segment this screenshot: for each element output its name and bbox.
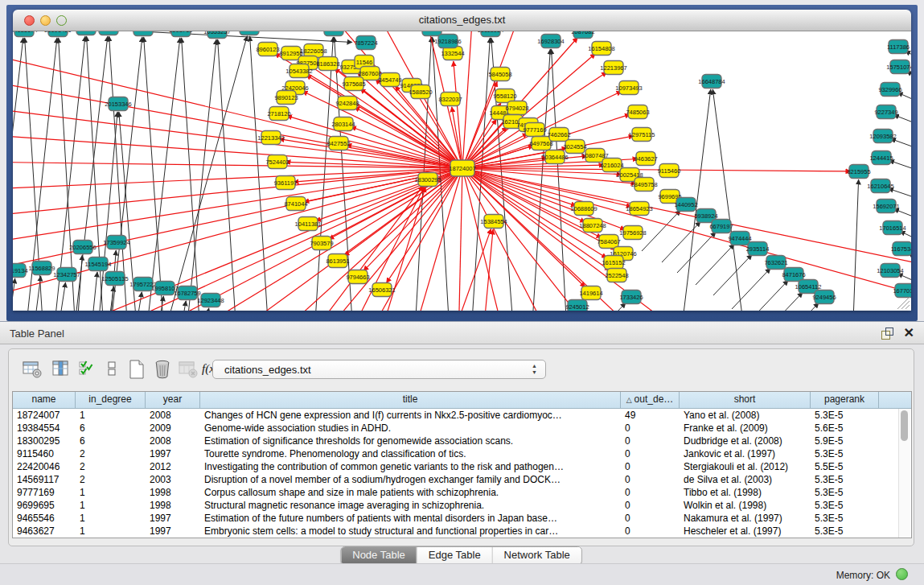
select-all-icon[interactable]	[76, 359, 97, 380]
table-settings-icon[interactable]	[22, 359, 43, 380]
tab-network-table[interactable]: Network Table	[493, 547, 581, 564]
graph-node[interactable]: 1527602	[131, 31, 154, 36]
graph-node[interactable]: 12975115	[629, 128, 655, 142]
graph-node[interactable]: 12093582	[869, 130, 896, 143]
show-columns-icon[interactable]	[51, 359, 72, 380]
graph-node[interactable]: 12923448	[197, 294, 224, 307]
graph-node[interactable]: 16928304	[537, 35, 564, 48]
graph-node[interactable]: 6794028	[505, 101, 528, 115]
network-graph[interactable]: 8960123891295518226058982750881863289327…	[13, 31, 911, 311]
unselect-rows-icon[interactable]	[102, 359, 123, 380]
delete-column-icon[interactable]	[178, 359, 199, 380]
graph-node[interactable]: 18138104	[72, 31, 99, 35]
graph-node[interactable]: 17359924	[103, 236, 129, 249]
float-window-icon[interactable]	[881, 328, 893, 340]
network-canvas[interactable]: 8960123891295518226058982750881863289327…	[13, 31, 911, 311]
graph-node[interactable]: 17016514	[879, 221, 906, 235]
graph-node[interactable]: 20091406	[44, 31, 71, 37]
graph-node[interactable]: 10688609	[570, 202, 597, 216]
graph-node[interactable]: 15276021	[236, 31, 262, 35]
graph-node[interactable]: 2935114	[746, 242, 770, 256]
graph-node[interactable]: 9115460	[658, 164, 681, 178]
graph-node[interactable]: 9463627	[634, 152, 657, 166]
graph-node[interactable]: 18113054	[478, 31, 504, 37]
graph-node[interactable]: 16154808	[588, 42, 614, 56]
graph-node[interactable]: 16506321	[368, 283, 395, 297]
graph-node[interactable]: 20153346	[105, 97, 131, 111]
graph-node[interactable]: 12103054	[877, 264, 903, 278]
graph-node[interactable]: 10543382	[285, 64, 312, 78]
graph-node[interactable]: 1588520	[409, 85, 432, 99]
graph-node[interactable]: 7903579	[310, 237, 333, 250]
column-header-year[interactable]: year	[146, 392, 200, 408]
tab-edge-table[interactable]: Edge Table	[417, 547, 493, 564]
graph-node[interactable]: 20206556	[69, 241, 96, 254]
graph-node[interactable]: 10973493	[615, 81, 642, 95]
graph-node[interactable]: 2803144	[331, 117, 355, 131]
vertical-scrollbar[interactable]	[898, 409, 910, 538]
graph-node[interactable]: 18300295	[414, 173, 441, 187]
graph-node[interactable]: 10553257	[203, 31, 230, 39]
graph-node[interactable]: 9361197	[274, 176, 298, 190]
column-header-name[interactable]: name	[13, 392, 76, 408]
graph-node[interactable]: 9375685	[342, 77, 365, 91]
graph-node[interactable]: 1117386	[887, 40, 910, 54]
graph-node[interactable]: 1733426	[619, 290, 643, 304]
graph-node[interactable]: 2087682	[571, 31, 594, 39]
graph-node[interactable]: 9777169	[523, 123, 546, 137]
graph-node[interactable]: 7857224	[354, 36, 377, 50]
graph-node[interactable]: 1677012	[893, 284, 911, 298]
graph-node[interactable]: 7632621	[764, 256, 787, 270]
graph-node[interactable]: 8186328	[316, 57, 339, 71]
network-window-titlebar[interactable]: citations_edges.txt	[13, 10, 911, 31]
graph-node[interactable]: 9474444	[728, 232, 751, 245]
table-row[interactable]: 977716911998Corpus callosum shape and si…	[13, 486, 911, 499]
graph-node[interactable]: 16033809	[320, 31, 347, 36]
scrollbar-thumb[interactable]	[901, 410, 908, 441]
table-row[interactable]: 969969511998Structural magnetic resonanc…	[13, 499, 911, 512]
graph-node[interactable]: 1244415	[869, 151, 893, 165]
graph-node[interactable]: 1440952	[674, 198, 697, 212]
column-header-pagerank[interactable]: pagerank	[811, 392, 879, 408]
graph-node[interactable]: 3919134	[13, 264, 28, 278]
graph-node[interactable]: 9329966	[878, 83, 901, 97]
graph-node[interactable]: 11545194	[85, 257, 112, 271]
graph-node[interactable]: 9227349	[874, 105, 897, 119]
table-row[interactable]: 2242004622012Investigating the contribut…	[13, 460, 911, 473]
graph-node[interactable]: 12342757	[53, 268, 80, 282]
graph-node[interactable]: 8960123	[256, 43, 279, 56]
graph-node[interactable]: 8613951	[326, 254, 349, 268]
column-header-out_de[interactable]: △out_de…	[621, 392, 680, 408]
graph-node[interactable]: 1167534	[891, 242, 911, 256]
graph-node[interactable]: 18495758	[630, 178, 657, 192]
graph-node[interactable]: 7524402	[265, 155, 289, 169]
graph-node[interactable]: 15692071	[873, 200, 899, 213]
new-table-icon[interactable]	[126, 359, 147, 380]
tab-node-table[interactable]: Node Table	[341, 547, 417, 564]
graph-node[interactable]: 11568829	[29, 262, 55, 275]
graph-node[interactable]: 10411381	[295, 217, 322, 231]
graph-node[interactable]: 2718120	[267, 107, 290, 121]
graph-node[interactable]: 2093719	[169, 31, 192, 37]
table-row[interactable]: 1872400712008Changes of HCN gene express…	[13, 409, 911, 422]
graph-node[interactable]: 18724007	[449, 160, 475, 176]
close-panel-icon[interactable]: ✕	[904, 325, 914, 340]
graph-node[interactable]: 8741044	[284, 197, 307, 211]
graph-node[interactable]: 7462662	[547, 128, 570, 142]
graph-node[interactable]: 8454749	[378, 73, 401, 87]
graph-node[interactable]: 18807248	[579, 219, 606, 233]
graph-node[interactable]: 9245012	[565, 300, 589, 311]
column-header-title[interactable]: title	[200, 392, 621, 408]
table-selector-combo[interactable]: citations_edges.txt ▲▼	[212, 360, 546, 379]
table-row[interactable]: 1830029562008Estimation of significance …	[13, 435, 911, 447]
graph-node[interactable]: 5845058	[488, 68, 511, 81]
graph-node[interactable]: 20364486	[541, 150, 568, 164]
table-row[interactable]: 946362711997Embryonic stem cells: a mode…	[13, 525, 911, 538]
graph-node[interactable]: 7485063	[626, 105, 649, 119]
graph-node[interactable]: 15751074	[886, 60, 911, 74]
table-row[interactable]: 1938455462009Genome-wide association stu…	[13, 422, 911, 435]
graph-node[interactable]: 16210645	[867, 179, 893, 193]
graph-node[interactable]: 9249456	[812, 290, 836, 304]
graph-node[interactable]: 9242848	[335, 97, 359, 110]
graph-node[interactable]: 2522548	[605, 269, 628, 282]
